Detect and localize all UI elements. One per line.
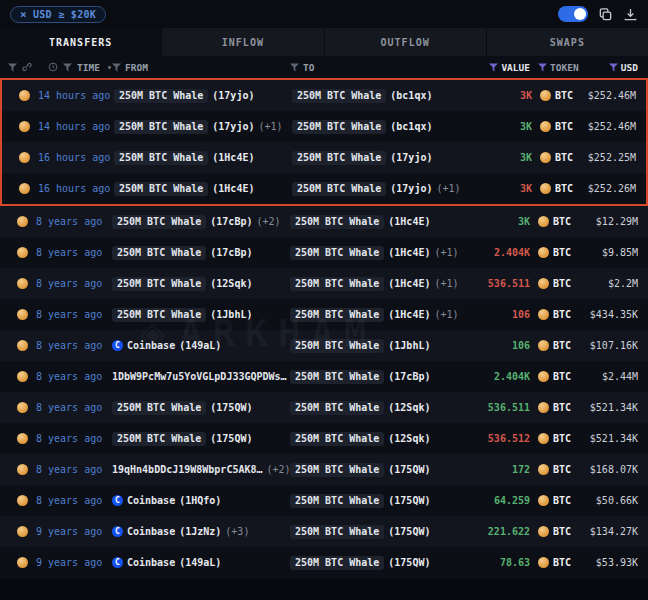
transfer-time[interactable]: 8 years ago [36, 495, 112, 506]
token-cell[interactable]: BTC [532, 121, 586, 132]
from-entity[interactable]: 250M BTC Whale (17yjo) [114, 89, 292, 103]
from-entity[interactable]: 250M BTC Whale (175QW) [112, 432, 290, 446]
table-row[interactable]: 8 years ago 250M BTC Whale (17cBp) (+2) … [0, 206, 648, 237]
transfer-time[interactable]: 8 years ago [36, 433, 112, 444]
from-entity[interactable]: 250M BTC Whale (17cBp) [112, 246, 290, 260]
table-row[interactable]: 8 years ago 250M BTC Whale (175QW) 250M … [0, 392, 648, 423]
to-entity[interactable]: 250M BTC Whale (12Sqk) [290, 432, 472, 446]
entity-name[interactable]: 250M BTC Whale [114, 120, 208, 134]
usd-filter-chip[interactable]: × USD ≥ $20K [10, 6, 106, 23]
entity-name[interactable]: 250M BTC Whale [114, 151, 208, 165]
usd-toggle[interactable] [558, 6, 588, 22]
entity-name[interactable]: Coinbase [127, 495, 175, 506]
column-header-token[interactable]: TOKEN [550, 62, 579, 73]
transfer-time[interactable]: 8 years ago [36, 216, 112, 227]
transfer-time[interactable]: 14 hours ago [38, 90, 114, 101]
from-entity[interactable]: C Coinbase (149aL) [112, 557, 290, 568]
from-entity[interactable]: C Coinbase (1JzNz) (+3) [112, 526, 290, 537]
transfer-time[interactable]: 8 years ago [36, 402, 112, 413]
token-cell[interactable]: BTC [530, 557, 584, 568]
token-filter-icon[interactable] [538, 63, 547, 72]
entity-name[interactable]: 250M BTC Whale [290, 401, 384, 415]
from-entity[interactable]: 250M BTC Whale (1Hc4E) [114, 151, 292, 165]
column-header-to[interactable]: TO [303, 62, 314, 73]
transfer-time[interactable]: 8 years ago [36, 278, 112, 289]
entity-name[interactable]: 250M BTC Whale [112, 215, 206, 229]
entity-name[interactable]: 250M BTC Whale [290, 246, 384, 260]
entity-name[interactable]: 250M BTC Whale [114, 89, 208, 103]
from-entity[interactable]: 250M BTC Whale (1JbhL) [112, 308, 290, 322]
remove-filter-icon[interactable]: × [20, 9, 27, 20]
entity-name[interactable]: 250M BTC Whale [290, 308, 384, 322]
table-row[interactable]: 9 years ago C Coinbase (1JzNz) (+3) 250M… [0, 516, 648, 547]
to-entity[interactable]: 250M BTC Whale (bc1qx) [292, 120, 474, 134]
clock-icon[interactable] [48, 62, 58, 72]
table-row[interactable]: 14 hours ago 250M BTC Whale (17yjo) (+1)… [2, 111, 646, 142]
token-cell[interactable]: BTC [530, 402, 584, 413]
entity-name[interactable]: Coinbase [127, 557, 175, 568]
to-entity[interactable]: 250M BTC Whale (1Hc4E) [290, 215, 472, 229]
to-entity[interactable]: 250M BTC Whale (17yjo) (+1) [292, 182, 474, 196]
token-cell[interactable]: BTC [530, 247, 584, 258]
tab-inflow[interactable]: INFLOW [162, 28, 324, 56]
from-entity[interactable]: C Coinbase (149aL) [112, 340, 290, 351]
tab-transfers[interactable]: TRANSFERS [0, 28, 162, 56]
entity-name[interactable]: 250M BTC Whale [290, 215, 384, 229]
entity-name[interactable]: 1DbW9PcMw7u5YoVGLpDJ33GQPDWs… [112, 371, 287, 382]
table-row[interactable]: 8 years ago C Coinbase (1HQfo) 250M BTC … [0, 485, 648, 516]
from-entity[interactable]: 250M BTC Whale (17yjo) (+1) [114, 120, 292, 134]
transfer-time[interactable]: 16 hours ago [38, 152, 114, 163]
download-icon[interactable] [623, 7, 638, 22]
to-entity[interactable]: 250M BTC Whale (1Hc4E) (+1) [290, 246, 472, 260]
token-cell[interactable]: BTC [530, 371, 584, 382]
table-row[interactable]: 16 hours ago 250M BTC Whale (1Hc4E) 250M… [2, 142, 646, 173]
from-entity[interactable]: 19qHn4bDDcJ19W8WbprC5AK8… (+2) [112, 464, 290, 475]
filter-all-icon[interactable] [8, 63, 17, 72]
table-row[interactable]: 8 years ago 250M BTC Whale (175QW) 250M … [0, 423, 648, 454]
token-cell[interactable]: BTC [530, 309, 584, 320]
entity-name[interactable]: 250M BTC Whale [290, 525, 384, 539]
entity-name[interactable]: 250M BTC Whale [112, 277, 206, 291]
entity-name[interactable]: 250M BTC Whale [292, 151, 386, 165]
transfer-time[interactable]: 8 years ago [36, 464, 112, 475]
token-cell[interactable]: BTC [532, 90, 586, 101]
entity-name[interactable]: 250M BTC Whale [290, 463, 384, 477]
column-header-from[interactable]: FROM [125, 62, 148, 73]
to-entity[interactable]: 250M BTC Whale (17cBp) [290, 370, 472, 384]
column-header-time[interactable]: TIME [77, 62, 100, 73]
tab-outflow[interactable]: OUTFLOW [325, 28, 487, 56]
from-entity[interactable]: 250M BTC Whale (12Sqk) [112, 277, 290, 291]
table-row[interactable]: 8 years ago 250M BTC Whale (17cBp) 250M … [0, 237, 648, 268]
entity-name[interactable]: 250M BTC Whale [290, 494, 384, 508]
to-entity[interactable]: 250M BTC Whale (12Sqk) [290, 401, 472, 415]
token-cell[interactable]: BTC [530, 464, 584, 475]
entity-name[interactable]: 250M BTC Whale [290, 370, 384, 384]
table-row[interactable]: 14 hours ago 250M BTC Whale (17yjo) 250M… [2, 80, 646, 111]
entity-name[interactable]: 250M BTC Whale [112, 432, 206, 446]
transfer-time[interactable]: 14 hours ago [38, 121, 114, 132]
to-entity[interactable]: 250M BTC Whale (1Hc4E) (+1) [290, 308, 472, 322]
entity-name[interactable]: 250M BTC Whale [292, 182, 386, 196]
from-entity[interactable]: C Coinbase (1HQfo) [112, 495, 290, 506]
usd-filter-icon[interactable] [609, 63, 618, 72]
entity-name[interactable]: 250M BTC Whale [112, 401, 206, 415]
transfer-time[interactable]: 8 years ago [36, 309, 112, 320]
to-entity[interactable]: 250M BTC Whale (175QW) [290, 525, 472, 539]
transfer-time[interactable]: 8 years ago [36, 340, 112, 351]
table-row[interactable]: 8 years ago 1DbW9PcMw7u5YoVGLpDJ33GQPDWs… [0, 361, 648, 392]
value-filter-icon[interactable] [489, 63, 498, 72]
entity-name[interactable]: 250M BTC Whale [290, 556, 384, 570]
entity-name[interactable]: 250M BTC Whale [290, 339, 384, 353]
to-entity[interactable]: 250M BTC Whale (1Hc4E) (+1) [290, 277, 472, 291]
token-cell[interactable]: BTC [530, 495, 584, 506]
to-filter-icon[interactable] [290, 63, 299, 72]
to-entity[interactable]: 250M BTC Whale (1JbhL) [290, 339, 472, 353]
transfer-time[interactable]: 9 years ago [36, 557, 112, 568]
table-row[interactable]: 8 years ago 250M BTC Whale (12Sqk) 250M … [0, 268, 648, 299]
to-entity[interactable]: 250M BTC Whale (17yjo) [292, 151, 474, 165]
entity-name[interactable]: 250M BTC Whale [290, 432, 384, 446]
to-entity[interactable]: 250M BTC Whale (175QW) [290, 494, 472, 508]
from-filter-icon[interactable] [112, 63, 121, 72]
token-cell[interactable]: BTC [532, 183, 586, 194]
column-header-usd[interactable]: USD [621, 62, 638, 73]
